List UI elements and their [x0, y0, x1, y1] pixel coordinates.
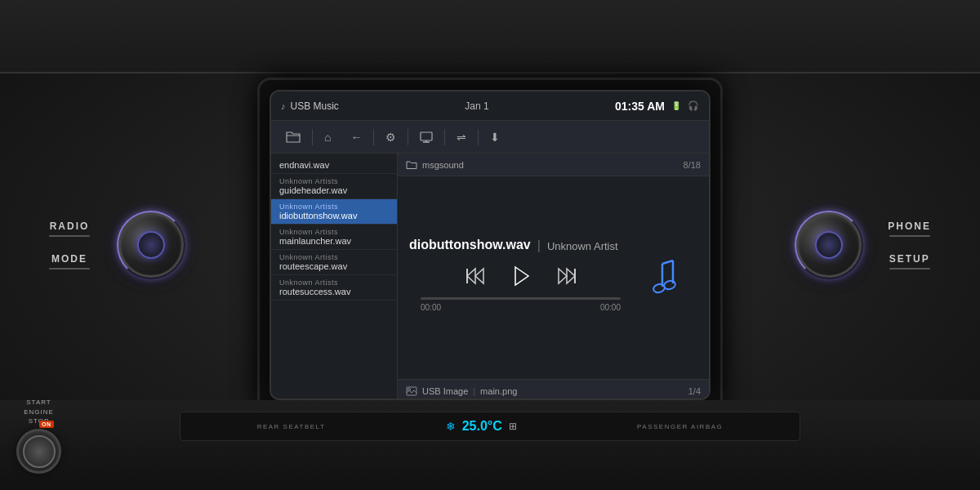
engine-btn-inner	[23, 435, 56, 468]
usb-image-label: USB Image	[422, 386, 468, 396]
fan-icon: ❄	[446, 420, 456, 433]
track-separator: |	[537, 238, 541, 253]
list-item[interactable]: Unknown Artists guideheader.wav	[271, 174, 397, 199]
climate-controls: ❄ 25.0°C ⊞	[446, 419, 517, 434]
usb-image-separator: |	[473, 386, 475, 396]
file-list: endnavi.wav Unknown Artists guideheader.…	[271, 154, 398, 400]
nav-sep-2	[373, 129, 374, 145]
bluetooth-icon: 🎧	[688, 100, 699, 111]
indicator-bar: REAR SEATBELT ❄ 25.0°C ⊞ PASSENGER AIRBA…	[180, 412, 800, 441]
list-item[interactable]: Unknown Artists routesuccess.wav	[271, 275, 397, 301]
shuffle-btn[interactable]: ⇌	[448, 125, 474, 149]
list-item[interactable]: Unknown Artists mainlauncher.wav	[271, 225, 397, 250]
svg-point-12	[663, 279, 676, 290]
knob-ring-right	[795, 211, 863, 279]
right-knob-area	[796, 212, 862, 278]
right-tune-knob[interactable]	[796, 212, 862, 278]
phone-btn-line	[889, 235, 930, 237]
passenger-airbag-label: PASSENGER AIRBAG	[637, 423, 723, 430]
temperature-display: 25.0°C	[462, 419, 502, 434]
progress-times: 00:00 00:00	[421, 303, 621, 312]
screen-mirror-btn[interactable]	[412, 125, 441, 149]
music-note-icon	[640, 253, 697, 302]
svg-marker-7	[515, 267, 528, 285]
nav-sep-5	[478, 129, 479, 145]
svg-marker-4	[467, 269, 475, 283]
folder-nav-btn[interactable]	[278, 125, 309, 149]
settings-btn[interactable]: ⚙	[377, 125, 404, 149]
knob-ring	[117, 211, 185, 279]
start-engine-button[interactable]	[16, 429, 61, 474]
player-panel: msgsound 8/18 diobuttonshow.wav | Unk	[398, 154, 709, 400]
screen-content: endnavi.wav Unknown Artists guideheader.…	[271, 154, 709, 400]
radio-label: RADIO	[50, 220, 90, 232]
rear-seatbelt-label: REAR SEATBELT	[257, 423, 326, 430]
usb-image-info: USB Image | main.png	[406, 386, 517, 396]
mode-btn-line	[49, 268, 90, 270]
usb-image-bar: USB Image | main.png 1/4	[398, 379, 709, 400]
back-btn[interactable]: ←	[342, 125, 370, 149]
screen-nav: ⌂ ← ⚙ ⇌ ⬇	[271, 121, 709, 154]
dash-top	[0, 0, 980, 74]
list-item[interactable]: endnavi.wav	[271, 157, 397, 174]
track-title: diobuttonshow.wav	[409, 238, 531, 252]
engine-button-area: ON START ENGINE STOP	[16, 398, 61, 474]
folder-info: msgsound	[406, 160, 464, 170]
setup-btn-line	[889, 268, 930, 270]
total-time: 00:00	[600, 303, 621, 312]
nav-sep-4	[444, 129, 445, 145]
track-title-row: diobuttonshow.wav | Unknown Artist	[409, 238, 632, 255]
folder-track-num: 8/18	[684, 160, 701, 170]
mode-button[interactable]: MODE	[49, 253, 90, 270]
music-source-icon: ♪	[281, 101, 286, 111]
progress-bar[interactable]	[421, 297, 621, 300]
home-btn[interactable]: ⌂	[316, 125, 339, 149]
current-time: 00:00	[421, 303, 441, 312]
screen-bezel: ♪ USB Music Jan 1 01:35 AM 🔋 🎧	[257, 78, 723, 412]
left-controls: RADIO MODE	[49, 220, 90, 270]
list-item[interactable]: Unknown Artists routeescape.wav	[271, 250, 397, 275]
mode-label: MODE	[51, 253, 87, 265]
dashboard: ♪ USB Music Jan 1 01:35 AM 🔋 🎧	[0, 0, 980, 490]
folder-icon	[406, 160, 417, 170]
radio-button[interactable]: RADIO	[49, 220, 90, 237]
nav-sep-3	[408, 129, 408, 145]
main-screen: ♪ USB Music Jan 1 01:35 AM 🔋 🎧	[270, 90, 710, 400]
track-info: diobuttonshow.wav | Unknown Artist	[409, 238, 632, 318]
usb-image-count: 1/4	[688, 386, 701, 396]
screen-header: ♪ USB Music Jan 1 01:35 AM 🔋 🎧	[271, 91, 709, 121]
now-playing-area: diobuttonshow.wav | Unknown Artist	[398, 176, 709, 379]
dash-bottom: REAR SEATBELT ❄ 25.0°C ⊞ PASSENGER AIRBA…	[0, 400, 980, 490]
source-label: USB Music	[291, 100, 339, 112]
svg-marker-9	[567, 269, 575, 283]
radio-btn-line	[49, 235, 90, 237]
player-controls	[409, 258, 632, 297]
setup-button[interactable]: SETUP	[889, 253, 930, 270]
setup-label: SETUP	[889, 253, 930, 265]
folder-row: msgsound 8/18	[398, 154, 709, 176]
header-source: ♪ USB Music	[281, 100, 339, 112]
track-artist: Unknown Artist	[547, 240, 618, 252]
image-icon	[406, 386, 417, 396]
svg-rect-1	[421, 132, 432, 140]
header-date: Jan 1	[465, 100, 488, 112]
phone-button[interactable]: PHONE	[888, 220, 931, 237]
list-item-active[interactable]: Unknown Artists idiobuttonshow.wav	[271, 199, 397, 225]
nav-sep-1	[312, 129, 313, 145]
svg-marker-8	[559, 269, 567, 283]
folder-name: msgsound	[422, 160, 464, 170]
prev-button[interactable]	[461, 261, 490, 291]
acc-indicator: ON	[39, 421, 54, 428]
svg-marker-5	[475, 269, 483, 283]
right-controls: PHONE SETUP	[888, 220, 931, 270]
next-button[interactable]	[552, 261, 581, 291]
download-btn[interactable]: ⬇	[482, 125, 508, 149]
left-knob-area	[118, 212, 184, 278]
ac-icon: ⊞	[509, 421, 517, 432]
header-right: 01:35 AM 🔋 🎧	[615, 100, 699, 113]
usb-image-file: main.png	[480, 386, 517, 396]
left-volume-knob[interactable]	[118, 212, 184, 278]
progress-area: 00:00 00:00	[409, 297, 632, 318]
play-button[interactable]	[506, 261, 536, 291]
phone-label: PHONE	[888, 220, 931, 232]
